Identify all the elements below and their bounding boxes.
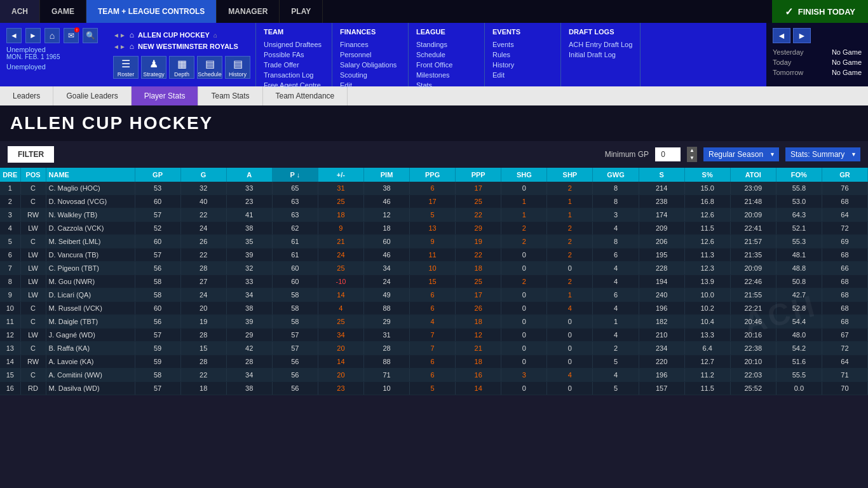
strategy-icon-btn[interactable]: ♟Strategy: [141, 56, 166, 79]
today-label: Today: [773, 58, 791, 66]
col-p[interactable]: P ↓: [272, 168, 318, 182]
nav-team-league[interactable]: TEAM + LEAGUE CONTROLS: [86, 0, 217, 23]
table-cell: 11: [0, 315, 20, 329]
nav-back-button[interactable]: ◄: [6, 28, 22, 43]
table-cell: 46: [363, 195, 409, 208]
finances-finances[interactable]: Finances: [340, 39, 400, 50]
stats-select[interactable]: Stats: Summary Stats: Offense Stats: Def…: [785, 147, 860, 161]
table-cell: 33: [226, 182, 272, 195]
table-row[interactable]: 16RDM. Dasilva (WD)571838562310514005157…: [0, 382, 868, 395]
table-cell: 42.7: [776, 288, 822, 302]
col-ppp[interactable]: PPP: [456, 168, 501, 182]
table-row[interactable]: 15CA. Comitini (WW)582234562071616344196…: [0, 369, 868, 382]
nav-manager[interactable]: MANAGER: [217, 0, 280, 23]
table-cell: 12.7: [684, 355, 730, 369]
table-row[interactable]: 7LWC. Pigeon (TBT)5628326025341018004228…: [0, 262, 868, 275]
tomorrow-label: Tomorrow: [773, 69, 803, 76]
date-prev-button[interactable]: ◄: [773, 28, 790, 43]
table-row[interactable]: 9LWD. Licari (QA)58243458144961701624010…: [0, 288, 868, 302]
table-row[interactable]: 10CM. Russell (VCK)602038584886260441961…: [0, 302, 868, 315]
league-stats[interactable]: Stats: [416, 80, 477, 90]
nav-ach[interactable]: ACH: [0, 0, 40, 23]
league-milestones[interactable]: Milestones: [416, 70, 477, 80]
depth-icon-btn[interactable]: ▦Depth: [169, 56, 194, 79]
col-gp[interactable]: GP: [135, 168, 180, 182]
table-row[interactable]: 3RWN. Walkley (TB)5722416318125221131741…: [0, 208, 868, 222]
date-next-button[interactable]: ►: [793, 28, 811, 43]
table-row[interactable]: 4LWD. Cazzola (VCK)522438629181329224209…: [0, 222, 868, 235]
league-schedule[interactable]: Schedule: [416, 50, 477, 60]
team-possible-fas[interactable]: Possible FAs: [264, 50, 324, 60]
nav-home-button[interactable]: ⌂: [44, 28, 60, 43]
finances-scouting[interactable]: Scouting: [340, 70, 400, 80]
table-cell: 22:21: [730, 302, 776, 315]
table-row[interactable]: 12LWJ. Gagné (WD)57282957343171200421013…: [0, 329, 868, 342]
table-row[interactable]: 13CB. Raffa (KA)5915425720287210022346.4…: [0, 342, 868, 355]
league-front-office[interactable]: Front Office: [416, 60, 477, 70]
league-standings[interactable]: Standings: [416, 39, 477, 50]
col-spct[interactable]: S%: [684, 168, 730, 182]
finish-today-button[interactable]: ✓ FINISH TODAY: [772, 0, 868, 23]
table-cell: 22:03: [730, 369, 776, 382]
nav-mail-button[interactable]: ✉!: [64, 28, 79, 43]
col-fopct[interactable]: FO%: [776, 168, 822, 182]
table-row[interactable]: 6LWD. Vancura (TB)5722396124461122026195…: [0, 248, 868, 262]
table-row[interactable]: 11CM. Daigle (TBT)5619395825294180011821…: [0, 315, 868, 329]
events-history[interactable]: History: [492, 60, 553, 70]
events-edit[interactable]: Edit: [492, 70, 553, 80]
tab-team-stats[interactable]: Team Stats: [198, 86, 262, 105]
table-cell: 22: [180, 248, 226, 262]
col-gwg[interactable]: GWG: [593, 168, 639, 182]
finances-personnel[interactable]: Personnel: [340, 50, 400, 60]
col-g[interactable]: G: [180, 168, 226, 182]
season-select[interactable]: Regular Season Playoffs: [703, 147, 779, 161]
draft-initial-log[interactable]: Initial Draft Log: [569, 50, 632, 60]
col-plusminus[interactable]: +/-: [318, 168, 363, 182]
team-trade-offer[interactable]: Trade Offer: [264, 60, 324, 70]
table-cell: M. Gou (NWR): [46, 275, 135, 288]
min-gp-up[interactable]: ▲: [687, 147, 697, 154]
team-transaction-log[interactable]: Transaction Log: [264, 70, 324, 80]
col-pim[interactable]: PIM: [363, 168, 409, 182]
events-events[interactable]: Events: [492, 39, 553, 50]
filter-button[interactable]: FILTER: [8, 146, 54, 163]
col-atoi[interactable]: ATOI: [730, 168, 776, 182]
table-row[interactable]: 14RWA. Lavoie (KA)5928285614886180052201…: [0, 355, 868, 369]
tab-team-attendance[interactable]: Team Attendance: [263, 86, 348, 105]
col-name[interactable]: NAME: [46, 168, 135, 182]
finances-edit[interactable]: Edit: [340, 80, 400, 90]
col-ppg[interactable]: PPG: [410, 168, 456, 182]
table-row[interactable]: 8LWM. Gou (NWR)58273360-1024152522419413…: [0, 275, 868, 288]
table-row[interactable]: 5CM. Seibert (LML)6026356121609192282061…: [0, 235, 868, 248]
events-rules[interactable]: Rules: [492, 50, 553, 60]
table-cell: 14: [318, 288, 363, 302]
nav-forward-button[interactable]: ►: [25, 28, 41, 43]
nav-play[interactable]: PLAY: [280, 0, 323, 23]
col-s[interactable]: S: [639, 168, 684, 182]
min-gp-input[interactable]: [655, 147, 681, 161]
nav-search-button[interactable]: 🔍: [83, 28, 98, 43]
col-gr[interactable]: GR: [822, 168, 867, 182]
finances-salary-obligations[interactable]: Salary Obligations: [340, 60, 400, 70]
roster-icon-btn[interactable]: ☰Roster: [113, 56, 139, 79]
tab-leaders[interactable]: Leaders: [0, 86, 53, 105]
col-dre[interactable]: DRE: [0, 168, 20, 182]
nav-game[interactable]: GAME: [40, 0, 86, 23]
table-row[interactable]: 2CD. Novosad (VCG)6040236325461725118238…: [0, 195, 868, 208]
table-cell: 5: [410, 208, 456, 222]
col-shp[interactable]: SHP: [547, 168, 593, 182]
col-shg[interactable]: SHG: [501, 168, 547, 182]
schedule-icon-btn[interactable]: ▤Schedule: [197, 56, 222, 79]
table-cell: 22: [180, 208, 226, 222]
draft-ach-entry[interactable]: ACH Entry Draft Log: [569, 39, 632, 50]
min-gp-down[interactable]: ▼: [687, 154, 697, 162]
table-cell: 10.0: [684, 288, 730, 302]
tab-player-stats[interactable]: Player Stats: [132, 86, 199, 105]
history-icon-btn[interactable]: ▤History: [225, 56, 250, 79]
col-pos[interactable]: POS: [20, 168, 46, 182]
table-row[interactable]: 1CC. Maglio (HOC)53323365313861702821415…: [0, 182, 868, 195]
table-cell: 7: [0, 262, 20, 275]
tab-goalie-leaders[interactable]: Goalie Leaders: [53, 86, 131, 105]
col-a[interactable]: A: [226, 168, 272, 182]
team-unsigned-draftees[interactable]: Unsigned Draftees: [264, 39, 324, 50]
